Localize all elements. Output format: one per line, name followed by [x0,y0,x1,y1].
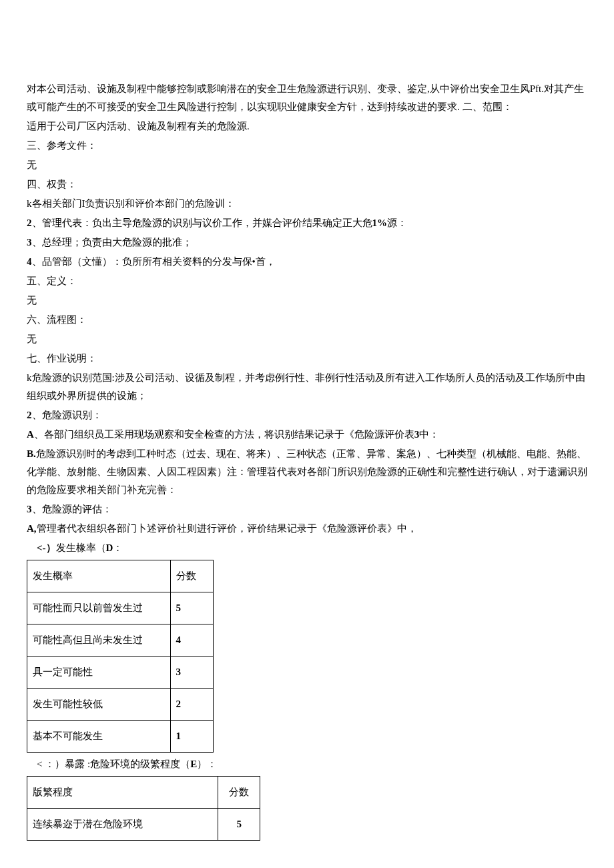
cell-score-header: 分数 [218,777,260,809]
text-mgmt-rep: 、管理代表：负出主导危险源的识别与议价工作，并媒合评价结果确定正大危 [32,218,372,228]
cell-score-header: 分数 [170,560,213,592]
cell-prob: 基本不可能发生 [27,721,171,753]
sub-probability: <-）发生椽率（D： [27,539,587,557]
probability-table: 发生概率 分数 可能性而只以前曾发生过 5 可能性高但且尚未发生过 4 具一定可… [27,560,214,753]
cell-freq: 连续暴迩于潜在危险环境 [27,809,218,841]
cell-score: 1 [170,721,213,753]
table-row-header: 版繁程度 分数 [27,777,260,809]
cell-score: 3 [170,657,213,689]
letter-a: A [27,429,34,440]
text-source: 源： [387,218,407,228]
text-none-2: 无 [27,292,587,310]
cell-freq-header: 版繁程度 [27,777,218,809]
text-none-1: 无 [27,156,587,174]
item-b-consideration: B.危险源识别时的考虑到工种时态（过去、现在、将来）、三种状态（正常、异常、案急… [27,445,587,499]
item-3-evaluation: 3、危险源的评估： [27,500,587,518]
table-row: 发生可能性较低 2 [27,689,214,721]
item-2-mgmt-rep: 2、管理代表：负出主导危险源的识别与议价工作，并媒合评价结果确定正大危1%源： [27,214,587,232]
letter-e: E [190,759,197,769]
table-row: 连续暴迩于潜在危险环境 5 [27,809,260,841]
item-k-departments: k各相关部门I负责识别和评价本部门的危险训： [27,195,587,213]
cell-score: 2 [170,689,213,721]
text-evaluation: 、危险源的评估： [32,504,112,514]
cell-prob: 可能性高但且尚未发生过 [27,624,171,657]
item-k-hazard-scope: k危险源的识别范国:涉及公司活动、设循及制程，并考虑例行性、非例行性活动及所有进… [27,369,587,405]
item-4-qc: 4、品管部（文懂）：负所所有相关资料的分发与保•首， [27,253,587,271]
cell-score: 5 [218,809,260,841]
cell-score: 4 [170,624,213,657]
num-3c: 3 [27,504,32,514]
section-responsibility: 四、权贵： [27,175,587,193]
text-consideration: 危险源识别时的考虑到工种时态（过去、现在、将来）、三种状态（正常、异常、案急）、… [27,448,587,495]
cell-prob: 发生可能性较低 [27,689,171,721]
section-work-desc: 七、作业说明： [27,350,587,368]
item-3-gm: 3、总经理；负责由大危险源的批准； [27,234,587,252]
num-3: 3 [27,237,32,248]
table-row: 具一定可能性 3 [27,657,214,689]
table-row: 可能性高但且尚未发生过 4 [27,624,214,657]
cell-prob-header: 发生概率 [27,560,171,592]
letter-a2: A, [27,523,37,534]
sub-exposure: < ：）暴露 :危险环境的级繁程度（E）： [27,755,587,773]
text-exposure-pre: < ：）暴露 :危险环境的级繁程度（ [37,759,190,769]
num-4: 4 [27,256,32,267]
letter-b: B. [27,448,36,459]
text-mgr-eval: 管理者代衣组织各部门卜述评价社则进行评价，评价结果记录于《危险源评价表》中， [37,523,417,534]
text-1pct: 1% [372,218,388,228]
table-row: 基本不可能发生 1 [27,721,214,753]
exposure-table: 版繁程度 分数 连续暴迩于潜在危险环境 5 [27,776,260,841]
section-ref-files: 三、参考文件： [27,137,587,155]
num-2: 2 [27,218,32,228]
text-hazard-id: 、危险源识别： [32,410,102,420]
text-in: 中： [419,429,439,440]
num-2b: 2 [27,410,32,420]
symbol-arrow: <-） [37,542,56,553]
cell-prob: 具一定可能性 [27,657,171,689]
text-exposure-post: ）： [197,759,217,769]
item-a-observation: A、各部门组织员工采用现场观察和安全检查的方法，将识别结果记录于《危险源评价表3… [27,426,587,444]
item-2-hazard-id: 2、危险源识别： [27,406,587,424]
table-row-header: 发生概率 分数 [27,560,214,592]
table-row: 可能性而只以前曾发生过 5 [27,592,214,624]
text-qc: 、品管部（文懂）：负所所有相关资料的分发与保•首， [32,256,276,267]
text-gm: 、总经理；负责由大危险源的批准； [32,237,192,248]
item-a-mgr-eval: A,管理者代衣组织各部门卜述评价社则进行评价，评价结果记录于《危险源评价表》中， [27,520,587,538]
cell-score: 5 [170,592,213,624]
text-none-3: 无 [27,330,587,348]
paragraph-scope: 适用于公司厂区内活动、设施及制程有关的危险源. [27,117,587,135]
text-colon: ： [113,542,123,553]
paragraph-intro: 对本公司活动、设施及制程中能够控制或影响潜在的安全卫生危险源进行识别、变录、鉴定… [27,80,587,116]
section-definition: 五、定义： [27,272,587,290]
cell-prob: 可能性而只以前曾发生过 [27,592,171,624]
section-flowchart: 六、流程图： [27,311,587,329]
text-probability: 发生椽率（ [56,542,106,553]
letter-d: D [106,542,113,553]
text-observation: 、各部门组织员工采用现场观察和安全检查的方法，将识别结果记录于《危险源评价表 [34,429,414,440]
